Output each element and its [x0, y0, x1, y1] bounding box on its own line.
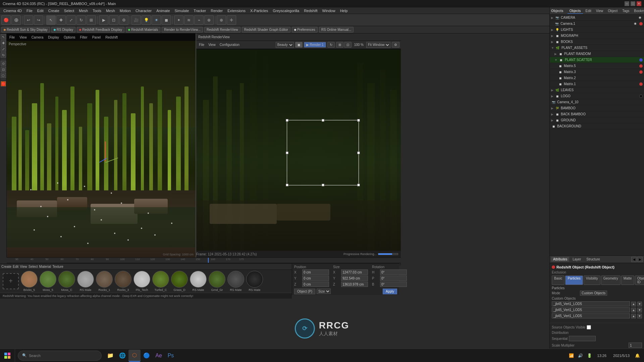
tool-box-sel[interactable]: ⊡	[1, 67, 6, 72]
menu-redshift[interactable]: Redshift	[302, 8, 319, 13]
obj-camera1[interactable]: 📷 Camera.1 ◉	[550, 21, 644, 27]
menu-select[interactable]: Select	[62, 8, 76, 13]
obj-camera-group[interactable]: ▶ 📷 CAMERA ◉	[550, 15, 644, 21]
size-y-input[interactable]	[341, 276, 368, 281]
size-x-input[interactable]	[341, 269, 368, 275]
rs-feedback-btn[interactable]: Redshift Feedback Display	[77, 27, 124, 33]
rv-menu-view[interactable]: View	[207, 43, 217, 47]
rs-display-btn[interactable]: RS Display	[51, 27, 75, 33]
camera-btn[interactable]: 🎥	[131, 15, 141, 25]
tab-tags[interactable]: Tags	[620, 8, 631, 14]
rv-fullscreen-btn[interactable]: ⊡	[344, 42, 352, 48]
tab-view[interactable]: View	[594, 8, 605, 14]
attr-tab-structure[interactable]: Structure	[584, 257, 602, 262]
mat-rocks3[interactable]: Rocks_3	[115, 271, 131, 292]
pos-z-input[interactable]	[302, 282, 329, 287]
select-btn[interactable]: ↖	[46, 15, 56, 25]
pos-x-input[interactable]	[302, 269, 329, 275]
menu-window[interactable]: Window	[320, 8, 337, 13]
obj-books[interactable]: ▶ ◼ BOOKS	[550, 39, 644, 45]
taskbar-explorer[interactable]: 📁	[104, 350, 116, 362]
vp-menu-panel[interactable]: Panel	[91, 35, 102, 40]
tool-select[interactable]: ↖	[1, 34, 6, 40]
sequential-input[interactable]	[569, 336, 596, 341]
rs-shader-btn[interactable]: Redshift Shader Graph Editor	[242, 27, 290, 33]
taskbar-c4d-active[interactable]: ⬡	[128, 350, 141, 362]
tab-object[interactable]: Object	[606, 8, 620, 14]
menu-tools[interactable]: Tools	[91, 8, 103, 13]
attr-sub-matte[interactable]: Matte	[621, 276, 634, 285]
attr-tab-layer[interactable]: Layer	[571, 257, 583, 262]
scale-btn[interactable]: ⤢	[66, 15, 76, 25]
rs-render-btn[interactable]: Render to RenderView...	[162, 27, 203, 33]
taskbar-search[interactable]: 🔍 Search	[18, 351, 102, 361]
menu-simulate[interactable]: Simulate	[173, 8, 191, 13]
apply-btn[interactable]: Apply	[383, 289, 397, 294]
attr-arrow-up-3[interactable]: ▲	[631, 314, 636, 318]
attr-sub-objectid[interactable]: Object ID	[635, 276, 644, 285]
tray-notification[interactable]: 🔔	[634, 352, 641, 359]
attr-arrow-up-2[interactable]: ▲	[631, 308, 636, 312]
taskbar-ps[interactable]: Ps	[165, 350, 177, 362]
close-button[interactable]: ✕	[637, 1, 641, 6]
tray-volume[interactable]: 🔊	[577, 352, 584, 359]
attr-back-btn[interactable]: ◀	[631, 257, 637, 262]
rot-p-input[interactable]	[380, 276, 407, 281]
taskbar-ae[interactable]: Ae	[153, 350, 165, 362]
attr-arrow-down-3[interactable]: ▼	[637, 314, 642, 318]
rs-sun-sky-btn[interactable]: Redshift Sun & Sky Display	[1, 27, 50, 33]
rs-renderview-btn[interactable]: Redshift RenderView	[204, 27, 240, 33]
mat-menu-create[interactable]: Create	[1, 265, 11, 268]
mat-rsmate2[interactable]: RS Mate	[190, 271, 207, 292]
mat-plstech[interactable]: Pls_Tech	[133, 271, 150, 292]
object-p-btn[interactable]: Object (P)	[294, 289, 315, 294]
add-material-btn[interactable]: +	[3, 273, 19, 289]
menu-animate[interactable]: Animate	[154, 8, 172, 13]
undo-btn[interactable]: ↩	[24, 15, 33, 25]
timeline-cursor[interactable]	[208, 258, 209, 263]
obj-camera4-10[interactable]: 📷 Camera_4_10	[550, 99, 644, 105]
size-type-selector[interactable]: Size	[317, 289, 331, 294]
rotate-btn[interactable]: ↻	[76, 15, 86, 25]
rv-settings-btn[interactable]: ⚙	[392, 42, 399, 48]
obj-plant-assets[interactable]: ▼ 🌿 PLANT_ASSETS	[550, 45, 644, 51]
attr-sub-geometry[interactable]: Geometry	[601, 276, 621, 285]
obj-logo[interactable]: ▶ ◼ LOGO	[550, 93, 644, 99]
rv-menu-file[interactable]: File	[198, 43, 206, 47]
menu-xparticles[interactable]: X-Particles	[248, 8, 270, 13]
field-btn[interactable]: ⊕	[204, 15, 214, 25]
menu-tracker[interactable]: Tracker	[192, 8, 208, 13]
minimize-button[interactable]: ─	[625, 1, 629, 6]
menu-cinema4d[interactable]: Cinema 4D	[1, 8, 24, 13]
tray-wifi[interactable]: 📶	[568, 352, 575, 359]
obj-bamboo[interactable]: ▶ 🎋 BAMBOO	[550, 105, 644, 111]
mat-rsmate3[interactable]: RS Mate	[227, 271, 244, 292]
mat-grassd[interactable]: Grass_D	[171, 271, 188, 292]
attr-sub-particles[interactable]: Particles	[565, 276, 583, 285]
scale-mult-input[interactable]	[629, 343, 642, 348]
deform-btn[interactable]: ⌁	[194, 15, 204, 25]
vp-menu-camera[interactable]: Camera	[30, 35, 45, 40]
tab-edit[interactable]: Edit	[584, 8, 593, 14]
render-btn-toolbar[interactable]: ▶	[99, 15, 108, 25]
beauty-selector[interactable]: Beauty	[276, 42, 294, 48]
size-z-input[interactable]	[341, 282, 368, 287]
rot-h-input[interactable]	[380, 269, 407, 275]
tool-paint[interactable]: 🔴	[1, 81, 6, 86]
maximize-button[interactable]: □	[631, 1, 635, 6]
start-button[interactable]	[0, 349, 15, 362]
tab-objects[interactable]: Objects	[568, 8, 583, 14]
obj-matrix2[interactable]: ◼ Matrix.2	[550, 75, 644, 81]
attr-arrow-down-2[interactable]: ▼	[637, 308, 642, 312]
obj-matrix5[interactable]: ◼ Matrix.5	[550, 63, 644, 69]
attr-sub-visibility[interactable]: Visibility	[584, 276, 600, 285]
obj-leaves[interactable]: ▶ 🌿 LEAVES	[550, 87, 644, 93]
attr-sub-basic[interactable]: Basic	[552, 276, 565, 285]
vp-menu-view[interactable]: View	[18, 35, 28, 40]
obj-back-bamboo[interactable]: ▶ ◼ BACK BAMBOO	[550, 111, 644, 117]
taskbar-edge[interactable]: 🌐	[116, 350, 128, 362]
menu-mesh[interactable]: Mesh	[77, 8, 90, 13]
rv-fit-selector[interactable]: Fit Window	[366, 42, 390, 48]
hair-btn[interactable]: ≋	[184, 15, 194, 25]
move-btn[interactable]: ✚	[56, 15, 66, 25]
